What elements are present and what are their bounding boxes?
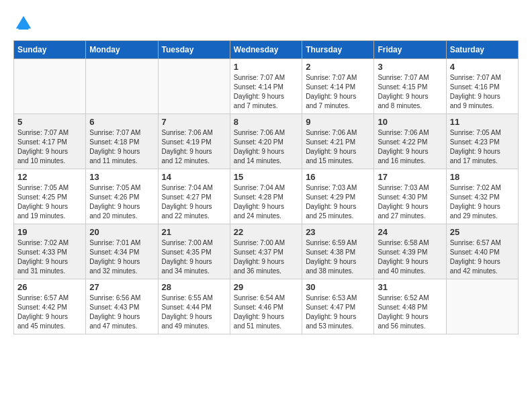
calendar-cell: 17Sunrise: 7:03 AM Sunset: 4:30 PM Dayli…: [374, 169, 446, 224]
calendar-cell: 29Sunrise: 6:54 AM Sunset: 4:46 PM Dayli…: [230, 279, 302, 334]
calendar-cell: [158, 59, 230, 114]
calendar-cell: 2Sunrise: 7:07 AM Sunset: 4:14 PM Daylig…: [302, 59, 374, 114]
day-info: Sunrise: 7:06 AM Sunset: 4:22 PM Dayligh…: [378, 128, 442, 166]
weekday-header-friday: Friday: [374, 41, 446, 59]
weekday-header-saturday: Saturday: [446, 41, 518, 59]
day-number: 26: [17, 282, 82, 292]
calendar-cell: 14Sunrise: 7:04 AM Sunset: 4:27 PM Dayli…: [158, 169, 230, 224]
weekday-header-wednesday: Wednesday: [230, 41, 302, 59]
calendar-cell: 16Sunrise: 7:03 AM Sunset: 4:29 PM Dayli…: [302, 169, 374, 224]
day-info: Sunrise: 7:01 AM Sunset: 4:34 PM Dayligh…: [89, 238, 154, 276]
day-info: Sunrise: 7:07 AM Sunset: 4:17 PM Dayligh…: [17, 128, 82, 166]
day-info: Sunrise: 7:06 AM Sunset: 4:21 PM Dayligh…: [306, 128, 370, 166]
calendar-cell: [14, 59, 86, 114]
day-number: 28: [162, 282, 226, 292]
day-number: 2: [306, 62, 370, 72]
day-info: Sunrise: 7:03 AM Sunset: 4:29 PM Dayligh…: [306, 183, 370, 221]
calendar-cell: 15Sunrise: 7:04 AM Sunset: 4:28 PM Dayli…: [230, 169, 302, 224]
day-info: Sunrise: 7:00 AM Sunset: 4:37 PM Dayligh…: [234, 238, 298, 276]
calendar-cell: 19Sunrise: 7:02 AM Sunset: 4:33 PM Dayli…: [14, 224, 86, 279]
svg-marker-0: [16, 16, 32, 29]
calendar-cell: 12Sunrise: 7:05 AM Sunset: 4:25 PM Dayli…: [14, 169, 86, 224]
day-number: 1: [234, 62, 298, 72]
day-info: Sunrise: 7:07 AM Sunset: 4:14 PM Dayligh…: [234, 73, 298, 111]
page-header: [13, 13, 519, 34]
day-number: 11: [450, 117, 515, 127]
calendar-cell: 8Sunrise: 7:06 AM Sunset: 4:20 PM Daylig…: [230, 114, 302, 169]
calendar-cell: [446, 279, 518, 334]
day-info: Sunrise: 7:06 AM Sunset: 4:19 PM Dayligh…: [162, 128, 226, 166]
calendar-week-row: 5Sunrise: 7:07 AM Sunset: 4:17 PM Daylig…: [14, 114, 519, 169]
calendar-week-row: 19Sunrise: 7:02 AM Sunset: 4:33 PM Dayli…: [14, 224, 519, 279]
day-number: 8: [234, 117, 298, 127]
day-info: Sunrise: 7:07 AM Sunset: 4:16 PM Dayligh…: [450, 73, 515, 111]
day-number: 14: [162, 172, 226, 182]
day-number: 5: [17, 117, 82, 127]
day-number: 22: [234, 227, 298, 237]
day-info: Sunrise: 7:05 AM Sunset: 4:25 PM Dayligh…: [17, 183, 82, 221]
calendar-cell: 3Sunrise: 7:07 AM Sunset: 4:15 PM Daylig…: [374, 59, 446, 114]
day-number: 24: [378, 227, 442, 237]
calendar-cell: 18Sunrise: 7:02 AM Sunset: 4:32 PM Dayli…: [446, 169, 518, 224]
calendar-cell: 1Sunrise: 7:07 AM Sunset: 4:14 PM Daylig…: [230, 59, 302, 114]
day-info: Sunrise: 7:02 AM Sunset: 4:32 PM Dayligh…: [450, 183, 515, 221]
day-info: Sunrise: 6:54 AM Sunset: 4:46 PM Dayligh…: [234, 293, 298, 331]
calendar-cell: 5Sunrise: 7:07 AM Sunset: 4:17 PM Daylig…: [14, 114, 86, 169]
weekday-header-monday: Monday: [86, 41, 158, 59]
calendar-cell: 24Sunrise: 6:58 AM Sunset: 4:39 PM Dayli…: [374, 224, 446, 279]
day-number: 3: [378, 62, 442, 72]
day-number: 31: [378, 282, 442, 292]
calendar-cell: 23Sunrise: 6:59 AM Sunset: 4:38 PM Dayli…: [302, 224, 374, 279]
day-info: Sunrise: 7:04 AM Sunset: 4:28 PM Dayligh…: [234, 183, 298, 221]
calendar-cell: 10Sunrise: 7:06 AM Sunset: 4:22 PM Dayli…: [374, 114, 446, 169]
calendar-body: 1Sunrise: 7:07 AM Sunset: 4:14 PM Daylig…: [14, 59, 519, 334]
calendar-cell: 4Sunrise: 7:07 AM Sunset: 4:16 PM Daylig…: [446, 59, 518, 114]
day-info: Sunrise: 7:07 AM Sunset: 4:18 PM Dayligh…: [89, 128, 154, 166]
day-info: Sunrise: 7:06 AM Sunset: 4:20 PM Dayligh…: [234, 128, 298, 166]
calendar-week-row: 26Sunrise: 6:57 AM Sunset: 4:42 PM Dayli…: [14, 279, 519, 334]
day-number: 29: [234, 282, 298, 292]
day-info: Sunrise: 6:57 AM Sunset: 4:40 PM Dayligh…: [450, 238, 515, 276]
day-info: Sunrise: 7:05 AM Sunset: 4:23 PM Dayligh…: [450, 128, 515, 166]
calendar-cell: 11Sunrise: 7:05 AM Sunset: 4:23 PM Dayli…: [446, 114, 518, 169]
calendar-cell: 20Sunrise: 7:01 AM Sunset: 4:34 PM Dayli…: [86, 224, 158, 279]
calendar-week-row: 12Sunrise: 7:05 AM Sunset: 4:25 PM Dayli…: [14, 169, 519, 224]
calendar-header: SundayMondayTuesdayWednesdayThursdayFrid…: [14, 41, 519, 59]
calendar-cell: 9Sunrise: 7:06 AM Sunset: 4:21 PM Daylig…: [302, 114, 374, 169]
logo-icon: [13, 13, 34, 34]
day-info: Sunrise: 6:53 AM Sunset: 4:47 PM Dayligh…: [306, 293, 370, 331]
calendar-cell: 28Sunrise: 6:55 AM Sunset: 4:44 PM Dayli…: [158, 279, 230, 334]
calendar-cell: 6Sunrise: 7:07 AM Sunset: 4:18 PM Daylig…: [86, 114, 158, 169]
day-number: 6: [89, 117, 154, 127]
calendar-cell: 30Sunrise: 6:53 AM Sunset: 4:47 PM Dayli…: [302, 279, 374, 334]
calendar-table: SundayMondayTuesdayWednesdayThursdayFrid…: [13, 40, 519, 334]
day-info: Sunrise: 7:05 AM Sunset: 4:26 PM Dayligh…: [89, 183, 154, 221]
svg-rect-1: [19, 28, 29, 30]
day-info: Sunrise: 7:03 AM Sunset: 4:30 PM Dayligh…: [378, 183, 442, 221]
day-number: 15: [234, 172, 298, 182]
day-info: Sunrise: 7:07 AM Sunset: 4:15 PM Dayligh…: [378, 73, 442, 111]
day-number: 30: [306, 282, 370, 292]
day-number: 13: [89, 172, 154, 182]
calendar-cell: 7Sunrise: 7:06 AM Sunset: 4:19 PM Daylig…: [158, 114, 230, 169]
calendar-cell: 27Sunrise: 6:56 AM Sunset: 4:43 PM Dayli…: [86, 279, 158, 334]
day-info: Sunrise: 6:58 AM Sunset: 4:39 PM Dayligh…: [378, 238, 442, 276]
day-info: Sunrise: 6:59 AM Sunset: 4:38 PM Dayligh…: [306, 238, 370, 276]
weekday-header-sunday: Sunday: [14, 41, 86, 59]
calendar-cell: 25Sunrise: 6:57 AM Sunset: 4:40 PM Dayli…: [446, 224, 518, 279]
day-info: Sunrise: 6:52 AM Sunset: 4:48 PM Dayligh…: [378, 293, 442, 331]
day-info: Sunrise: 7:04 AM Sunset: 4:27 PM Dayligh…: [162, 183, 226, 221]
weekday-header-tuesday: Tuesday: [158, 41, 230, 59]
day-number: 25: [450, 227, 515, 237]
calendar-cell: 26Sunrise: 6:57 AM Sunset: 4:42 PM Dayli…: [14, 279, 86, 334]
day-info: Sunrise: 7:02 AM Sunset: 4:33 PM Dayligh…: [17, 238, 82, 276]
day-info: Sunrise: 6:55 AM Sunset: 4:44 PM Dayligh…: [162, 293, 226, 331]
calendar-cell: 31Sunrise: 6:52 AM Sunset: 4:48 PM Dayli…: [374, 279, 446, 334]
calendar-cell: 21Sunrise: 7:00 AM Sunset: 4:35 PM Dayli…: [158, 224, 230, 279]
day-number: 20: [89, 227, 154, 237]
day-number: 27: [89, 282, 154, 292]
day-number: 16: [306, 172, 370, 182]
day-info: Sunrise: 6:56 AM Sunset: 4:43 PM Dayligh…: [89, 293, 154, 331]
day-number: 4: [450, 62, 515, 72]
calendar-cell: [86, 59, 158, 114]
